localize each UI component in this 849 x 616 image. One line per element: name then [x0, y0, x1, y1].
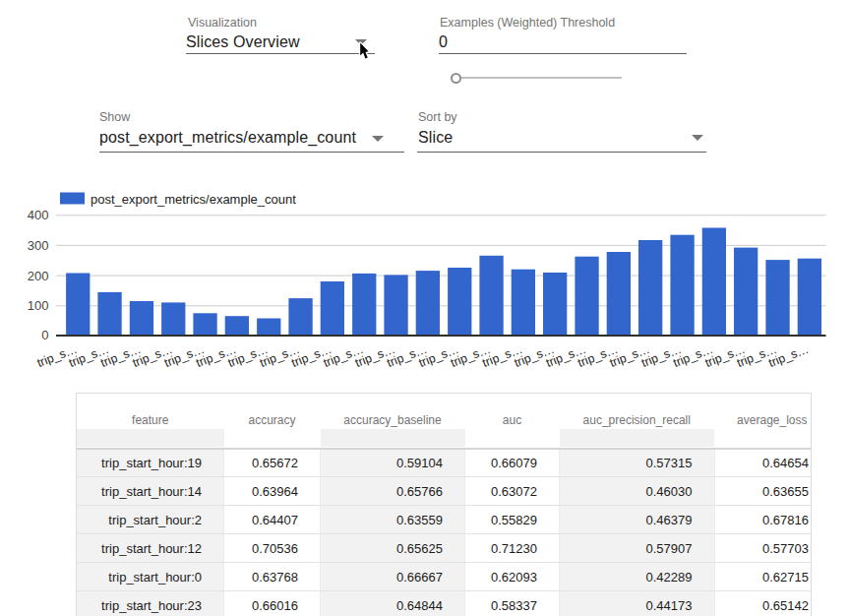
svg-text:post_export_metrics/example_co: post_export_metrics/example_count [91, 192, 296, 207]
svg-text:400: 400 [28, 208, 49, 222]
svg-text:300: 300 [28, 238, 49, 253]
svg-text:200: 200 [28, 269, 49, 283]
svg-text:100: 100 [28, 298, 49, 313]
svg-text:0: 0 [41, 328, 48, 342]
